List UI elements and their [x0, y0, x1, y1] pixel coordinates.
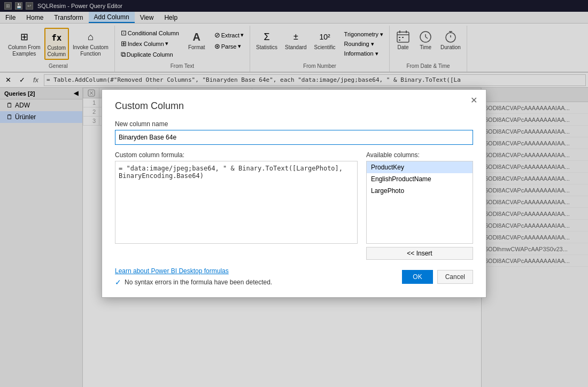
- modal-columns-list: ProductKey EnglishProductName LargePhoto: [366, 161, 473, 244]
- modal-overlay: ✕ Custom Column New column name Custom c…: [0, 0, 588, 387]
- modal-formula-section: Custom column formula:: [115, 151, 358, 260]
- modal-column-largephoto[interactable]: LargePhoto: [367, 185, 473, 197]
- modal-columns-section: Available columns: ProductKey EnglishPro…: [366, 151, 473, 260]
- modal-action-buttons: OK Cancel: [402, 270, 473, 284]
- modal-column-englishproductname[interactable]: EnglishProductName: [367, 173, 473, 185]
- modal-insert-button[interactable]: << Insert: [366, 247, 473, 260]
- modal-footer-left: Learn about Power BI Desktop formulas ✓ …: [115, 267, 272, 287]
- modal-column-name-input[interactable]: [115, 130, 473, 145]
- modal-columns-label: Available columns:: [366, 151, 473, 159]
- modal-title: Custom Column: [115, 100, 473, 112]
- modal-status-text: No syntax errors in the formula have bee…: [125, 278, 272, 286]
- status-check-icon: ✓: [115, 278, 121, 287]
- modal-column-name-label: New column name: [115, 120, 473, 128]
- modal-formula-label: Custom column formula:: [115, 151, 358, 159]
- modal-formula-textarea[interactable]: [115, 161, 358, 244]
- modal-status: ✓ No syntax errors in the formula have b…: [115, 278, 272, 287]
- modal-cancel-button[interactable]: Cancel: [437, 270, 473, 284]
- custom-column-modal: ✕ Custom Column New column name Custom c…: [102, 89, 486, 298]
- modal-body: Custom column formula: Available columns…: [115, 151, 473, 260]
- modal-footer: Learn about Power BI Desktop formulas ✓ …: [115, 267, 473, 287]
- modal-close-button[interactable]: ✕: [468, 94, 479, 106]
- modal-column-productkey[interactable]: ProductKey: [367, 161, 473, 173]
- modal-ok-button[interactable]: OK: [402, 270, 432, 284]
- modal-learn-link[interactable]: Learn about Power BI Desktop formulas: [115, 267, 272, 275]
